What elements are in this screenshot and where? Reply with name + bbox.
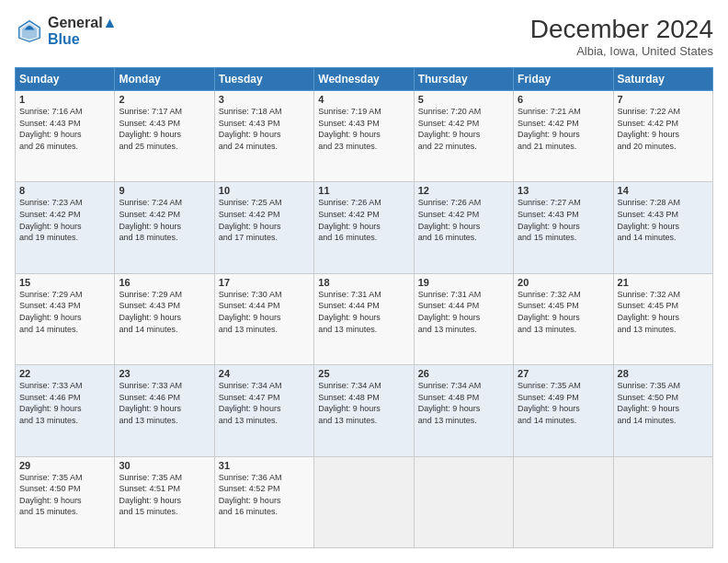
day-number: 15 — [19, 277, 110, 288]
calendar-cell: 13Sunrise: 7:27 AMSunset: 4:43 PMDayligh… — [514, 182, 613, 273]
calendar-cell: 24Sunrise: 7:34 AMSunset: 4:47 PMDayligh… — [214, 365, 313, 456]
day-info: Sunrise: 7:32 AMSunset: 4:45 PMDaylight:… — [518, 289, 609, 335]
page: General▲ Blue December 2024 Albia, Iowa,… — [0, 0, 728, 563]
location: Albia, Iowa, United States — [530, 44, 713, 58]
day-number: 20 — [518, 277, 609, 288]
calendar-cell: 28Sunrise: 7:35 AMSunset: 4:50 PMDayligh… — [613, 365, 712, 456]
header-sunday: Sunday — [16, 68, 115, 91]
calendar-cell: 9Sunrise: 7:24 AMSunset: 4:42 PMDaylight… — [115, 182, 214, 273]
calendar-header-row: Sunday Monday Tuesday Wednesday Thursday… — [16, 68, 713, 91]
header-tuesday: Tuesday — [214, 68, 313, 91]
header: General▲ Blue December 2024 Albia, Iowa,… — [15, 15, 713, 58]
calendar-cell: 6Sunrise: 7:21 AMSunset: 4:42 PMDaylight… — [514, 91, 613, 182]
calendar-cell: 23Sunrise: 7:33 AMSunset: 4:46 PMDayligh… — [115, 365, 214, 456]
calendar-cell: 1Sunrise: 7:16 AMSunset: 4:43 PMDaylight… — [16, 91, 115, 182]
day-info: Sunrise: 7:31 AMSunset: 4:44 PMDaylight:… — [418, 289, 509, 335]
header-saturday: Saturday — [613, 68, 712, 91]
calendar-cell: 19Sunrise: 7:31 AMSunset: 4:44 PMDayligh… — [414, 273, 513, 364]
calendar-cell: 21Sunrise: 7:32 AMSunset: 4:45 PMDayligh… — [613, 273, 712, 364]
day-number: 28 — [618, 368, 709, 379]
header-monday: Monday — [115, 68, 214, 91]
day-number: 2 — [119, 94, 210, 105]
calendar-week-2: 8Sunrise: 7:23 AMSunset: 4:42 PMDaylight… — [16, 182, 713, 273]
day-number: 21 — [618, 277, 709, 288]
day-info: Sunrise: 7:29 AMSunset: 4:43 PMDaylight:… — [19, 289, 110, 335]
day-info: Sunrise: 7:22 AMSunset: 4:42 PMDaylight:… — [618, 106, 709, 152]
calendar-cell: 27Sunrise: 7:35 AMSunset: 4:49 PMDayligh… — [514, 365, 613, 456]
day-info: Sunrise: 7:19 AMSunset: 4:43 PMDaylight:… — [318, 106, 409, 152]
day-number: 11 — [318, 185, 409, 196]
calendar-cell: 31Sunrise: 7:36 AMSunset: 4:52 PMDayligh… — [214, 456, 313, 547]
day-info: Sunrise: 7:26 AMSunset: 4:42 PMDaylight:… — [318, 197, 409, 243]
day-info: Sunrise: 7:23 AMSunset: 4:42 PMDaylight:… — [19, 197, 110, 243]
day-info: Sunrise: 7:21 AMSunset: 4:42 PMDaylight:… — [518, 106, 609, 152]
day-info: Sunrise: 7:26 AMSunset: 4:42 PMDaylight:… — [418, 197, 509, 243]
calendar-cell: 4Sunrise: 7:19 AMSunset: 4:43 PMDaylight… — [314, 91, 414, 182]
calendar-cell: 26Sunrise: 7:34 AMSunset: 4:48 PMDayligh… — [414, 365, 513, 456]
day-info: Sunrise: 7:34 AMSunset: 4:48 PMDaylight:… — [318, 380, 409, 426]
calendar: Sunday Monday Tuesday Wednesday Thursday… — [15, 67, 713, 548]
day-number: 14 — [618, 185, 709, 196]
day-info: Sunrise: 7:34 AMSunset: 4:47 PMDaylight:… — [219, 380, 310, 426]
month-title: December 2024 — [530, 15, 713, 44]
logo: General▲ Blue — [15, 15, 117, 48]
day-number: 29 — [19, 460, 110, 471]
calendar-cell: 14Sunrise: 7:28 AMSunset: 4:43 PMDayligh… — [613, 182, 712, 273]
calendar-cell: 10Sunrise: 7:25 AMSunset: 4:42 PMDayligh… — [214, 182, 313, 273]
calendar-cell — [613, 456, 712, 547]
title-area: December 2024 Albia, Iowa, United States — [530, 15, 713, 58]
day-number: 22 — [19, 368, 110, 379]
day-info: Sunrise: 7:27 AMSunset: 4:43 PMDaylight:… — [518, 197, 609, 243]
day-info: Sunrise: 7:18 AMSunset: 4:43 PMDaylight:… — [219, 106, 310, 152]
calendar-cell: 3Sunrise: 7:18 AMSunset: 4:43 PMDaylight… — [214, 91, 313, 182]
day-info: Sunrise: 7:35 AMSunset: 4:50 PMDaylight:… — [618, 380, 709, 426]
day-info: Sunrise: 7:24 AMSunset: 4:42 PMDaylight:… — [119, 197, 210, 243]
day-number: 31 — [219, 460, 310, 471]
calendar-cell: 5Sunrise: 7:20 AMSunset: 4:42 PMDaylight… — [414, 91, 513, 182]
day-number: 1 — [19, 94, 110, 105]
header-wednesday: Wednesday — [314, 68, 414, 91]
calendar-cell: 20Sunrise: 7:32 AMSunset: 4:45 PMDayligh… — [514, 273, 613, 364]
calendar-cell: 7Sunrise: 7:22 AMSunset: 4:42 PMDaylight… — [613, 91, 712, 182]
calendar-cell — [314, 456, 414, 547]
day-info: Sunrise: 7:25 AMSunset: 4:42 PMDaylight:… — [219, 197, 310, 243]
calendar-week-1: 1Sunrise: 7:16 AMSunset: 4:43 PMDaylight… — [16, 91, 713, 182]
day-number: 12 — [418, 185, 509, 196]
day-number: 25 — [318, 368, 409, 379]
calendar-cell: 12Sunrise: 7:26 AMSunset: 4:42 PMDayligh… — [414, 182, 513, 273]
day-number: 5 — [418, 94, 509, 105]
day-info: Sunrise: 7:16 AMSunset: 4:43 PMDaylight:… — [19, 106, 110, 152]
day-info: Sunrise: 7:28 AMSunset: 4:43 PMDaylight:… — [618, 197, 709, 243]
calendar-cell: 22Sunrise: 7:33 AMSunset: 4:46 PMDayligh… — [16, 365, 115, 456]
day-number: 7 — [618, 94, 709, 105]
day-info: Sunrise: 7:33 AMSunset: 4:46 PMDaylight:… — [19, 380, 110, 426]
header-friday: Friday — [514, 68, 613, 91]
day-info: Sunrise: 7:35 AMSunset: 4:51 PMDaylight:… — [119, 472, 210, 518]
calendar-cell: 16Sunrise: 7:29 AMSunset: 4:43 PMDayligh… — [115, 273, 214, 364]
calendar-cell: 15Sunrise: 7:29 AMSunset: 4:43 PMDayligh… — [16, 273, 115, 364]
day-number: 19 — [418, 277, 509, 288]
day-number: 13 — [518, 185, 609, 196]
day-number: 6 — [518, 94, 609, 105]
day-info: Sunrise: 7:30 AMSunset: 4:44 PMDaylight:… — [219, 289, 310, 335]
day-number: 4 — [318, 94, 409, 105]
day-info: Sunrise: 7:35 AMSunset: 4:50 PMDaylight:… — [19, 472, 110, 518]
day-number: 24 — [219, 368, 310, 379]
day-number: 27 — [518, 368, 609, 379]
calendar-cell — [514, 456, 613, 547]
day-number: 3 — [219, 94, 310, 105]
header-thursday: Thursday — [414, 68, 513, 91]
calendar-cell: 30Sunrise: 7:35 AMSunset: 4:51 PMDayligh… — [115, 456, 214, 547]
calendar-week-5: 29Sunrise: 7:35 AMSunset: 4:50 PMDayligh… — [16, 456, 713, 547]
day-number: 9 — [119, 185, 210, 196]
day-info: Sunrise: 7:31 AMSunset: 4:44 PMDaylight:… — [318, 289, 409, 335]
day-number: 8 — [19, 185, 110, 196]
day-info: Sunrise: 7:29 AMSunset: 4:43 PMDaylight:… — [119, 289, 210, 335]
day-number: 18 — [318, 277, 409, 288]
day-info: Sunrise: 7:33 AMSunset: 4:46 PMDaylight:… — [119, 380, 210, 426]
day-number: 30 — [119, 460, 210, 471]
calendar-cell: 25Sunrise: 7:34 AMSunset: 4:48 PMDayligh… — [314, 365, 414, 456]
day-info: Sunrise: 7:17 AMSunset: 4:43 PMDaylight:… — [119, 106, 210, 152]
logo-icon — [15, 17, 44, 46]
calendar-cell: 29Sunrise: 7:35 AMSunset: 4:50 PMDayligh… — [16, 456, 115, 547]
